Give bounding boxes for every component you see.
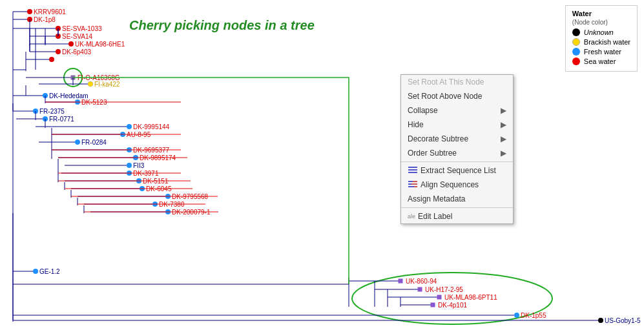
legend-color-unknown (572, 28, 580, 36)
legend-item-unknown: Unknown (572, 28, 630, 36)
svg-rect-0 (408, 167, 417, 168)
collapse-arrow: ▶ (501, 106, 506, 115)
legend-label-sea: Sea water (584, 57, 616, 65)
context-menu: Set Root At This Node Set Root Above Nod… (400, 74, 514, 224)
menu-item-metadata[interactable]: Assign Metadata (401, 192, 513, 206)
legend-item-sea: Sea water (572, 57, 630, 65)
edit-icon: ale (408, 213, 415, 220)
menu-item-set-root-above[interactable]: Set Root Above Node (401, 89, 513, 103)
svg-rect-7 (408, 186, 414, 187)
menu-item-extract[interactable]: Extract Sequence List (401, 163, 513, 178)
svg-rect-4 (413, 181, 417, 182)
decorate-arrow: ▶ (501, 134, 506, 143)
legend-title: Water (572, 10, 630, 17)
separator-2 (401, 207, 513, 208)
svg-rect-3 (408, 181, 413, 182)
legend-label-brackish: Brackish water (584, 38, 630, 46)
svg-rect-8 (414, 186, 417, 187)
legend-color-fresh (572, 48, 580, 56)
legend-label-unknown: Unknown (584, 28, 614, 36)
menu-item-set-root[interactable]: Set Root At This Node (401, 75, 513, 89)
svg-rect-5 (408, 183, 411, 185)
legend-item-fresh: Fresh water (572, 48, 630, 56)
separator-1 (401, 161, 513, 162)
svg-rect-1 (408, 169, 417, 171)
menu-item-order[interactable]: Order Subtree ▶ (401, 146, 513, 160)
menu-item-edit-label[interactable]: ale Edit Label (401, 209, 513, 223)
menu-item-collapse[interactable]: Collapse ▶ (401, 103, 513, 118)
legend-subtitle: (Node color) (572, 19, 630, 26)
menu-item-align[interactable]: Align Sequences (401, 178, 513, 192)
legend-item-brackish: Brackish water (572, 38, 630, 46)
legend-color-brackish (572, 38, 580, 46)
align-icon (408, 180, 418, 189)
chart-title: Cherry picking nodes in a tree (129, 18, 315, 33)
order-arrow: ▶ (501, 149, 506, 158)
menu-item-hide[interactable]: Hide ▶ (401, 118, 513, 132)
svg-rect-2 (408, 172, 417, 173)
legend: Water (Node color) Unknown Brackish wate… (565, 5, 638, 72)
extract-icon (408, 166, 418, 175)
legend-label-fresh: Fresh water (584, 48, 621, 56)
hide-arrow: ▶ (501, 120, 506, 129)
legend-color-sea (572, 57, 580, 65)
menu-item-decorate[interactable]: Decorate Subtree ▶ (401, 132, 513, 146)
svg-rect-6 (411, 183, 417, 185)
